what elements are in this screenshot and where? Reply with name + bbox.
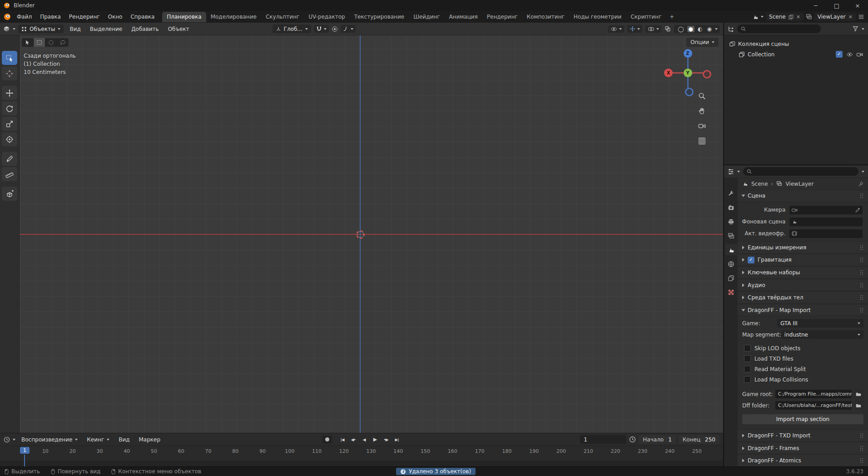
tab-view-layer[interactable] (725, 230, 737, 241)
outliner-search-input[interactable] (749, 25, 817, 33)
gizmos-group[interactable] (627, 25, 642, 33)
panel-drag-grip[interactable] (860, 257, 863, 263)
menu-view[interactable]: Вид (66, 25, 84, 33)
map-segment-select[interactable]: industne (781, 330, 863, 339)
panel-dragonff-map-import[interactable]: DragonFF - Map Import (738, 304, 868, 317)
falloff-group[interactable] (341, 25, 356, 33)
xray-toggle-icon[interactable] (665, 26, 671, 32)
editor-type-outliner-icon[interactable] (728, 26, 734, 32)
workspace-tab-geometry-nodes[interactable]: Ноды геометрии (569, 12, 626, 22)
tab-collection[interactable] (725, 273, 737, 283)
shading-caret[interactable] (715, 28, 718, 30)
viewlayer-name-field[interactable]: ViewLayer ✕ (814, 13, 856, 21)
select-mode-lasso[interactable] (57, 38, 69, 47)
copy-icon[interactable] (789, 15, 794, 20)
properties-filter-caret[interactable] (862, 171, 864, 173)
tool-cursor[interactable] (2, 66, 17, 80)
workspace-tab-shading[interactable]: Шейдинг (409, 12, 444, 22)
panel-dragonff-atomics[interactable]: DragonFF - Atomics (738, 454, 868, 467)
minimize-button[interactable]: ─ (805, 0, 826, 11)
collection-eye-icon[interactable] (846, 52, 853, 57)
viewport-canvas[interactable]: Опции Сзади ортогональ (1) Collection 10… (0, 35, 723, 433)
next-keyframe-button[interactable]: •▶ (382, 436, 390, 444)
active-clip-field[interactable] (789, 229, 863, 238)
menu-marker[interactable]: Маркер (136, 436, 164, 444)
editor-type-3d-icon[interactable] (3, 25, 10, 32)
transform-orientation-dropdown[interactable]: Глоб... (273, 25, 311, 33)
snapping-group[interactable] (314, 25, 329, 33)
shading-wireframe-icon[interactable]: ◯ (676, 26, 685, 32)
proportional-editing-icon[interactable] (332, 26, 338, 32)
panel-rigid-body[interactable]: Среда твёрдых тел (738, 291, 868, 304)
properties-search-input[interactable] (754, 168, 855, 175)
options-dropdown[interactable]: Опции (686, 38, 719, 47)
play-button[interactable]: ▶ (371, 436, 379, 444)
menu-timeline-view[interactable]: Вид (115, 436, 133, 444)
panel-drag-grip[interactable] (860, 458, 863, 463)
panel-scene[interactable]: Сцена (738, 190, 868, 203)
mode-dropdown[interactable]: Объекты (18, 25, 64, 33)
tool-select-box[interactable] (2, 51, 17, 65)
camera-field[interactable] (789, 206, 863, 214)
info-report-badge[interactable]: i Удалено 3 объект(ов) (396, 468, 476, 475)
maximize-button[interactable]: □ (826, 0, 847, 11)
frame-end-field[interactable]: Конец 250 (679, 435, 719, 444)
editor-type-properties-icon[interactable] (728, 169, 734, 175)
tab-output[interactable] (725, 216, 737, 227)
shading-rendered-icon[interactable]: ◉ (706, 26, 713, 32)
current-frame-field[interactable] (580, 435, 626, 444)
workspace-tab-sculpting[interactable]: Скульптинг (261, 12, 304, 22)
panel-dragonff-frames[interactable]: DragonFF - Frames (738, 442, 868, 455)
panel-drag-grip[interactable] (860, 193, 863, 198)
snapping-caret[interactable] (324, 28, 327, 30)
tab-texture[interactable] (725, 287, 737, 298)
zoom-icon[interactable] (696, 90, 708, 102)
select-mode-circle[interactable] (45, 38, 57, 47)
panel-units[interactable]: Единицы измерения (738, 241, 868, 254)
add-workspace-button[interactable]: + (666, 12, 678, 22)
eyedropper-icon[interactable] (855, 208, 860, 213)
filter-caret[interactable] (862, 28, 864, 30)
scene-icon[interactable] (752, 14, 759, 20)
menu-file[interactable]: Файл (13, 12, 36, 21)
select-mode-tweak[interactable] (22, 38, 34, 47)
tab-scene[interactable] (725, 244, 737, 255)
shading-material-icon[interactable]: ◐ (696, 26, 704, 32)
filter-funnel-icon[interactable] (853, 26, 858, 32)
tool-rotate[interactable] (2, 101, 17, 115)
navigation-gizmo[interactable]: Z X Y (664, 49, 711, 96)
select-mode-box[interactable] (34, 38, 45, 47)
collection-exclude-checkbox[interactable]: ✓ (836, 51, 843, 58)
panel-drag-grip[interactable] (860, 270, 863, 275)
jump-to-start-button[interactable]: |◀ (338, 436, 347, 444)
skip-lod-checkbox[interactable] (744, 345, 751, 352)
workspace-tab-compositing[interactable]: Композитинг (522, 12, 569, 22)
workspace-tab-animation[interactable]: Анимация (444, 12, 482, 22)
viewlayer-list-icon[interactable] (858, 14, 864, 20)
panel-drag-grip[interactable] (860, 245, 863, 250)
scene-browse-caret[interactable] (761, 16, 764, 18)
panel-audio[interactable]: Аудио (738, 279, 868, 292)
game-select[interactable]: GTA III (777, 319, 863, 327)
tab-render[interactable] (725, 202, 737, 213)
workspace-tab-scripting[interactable]: Скриптинг (626, 12, 666, 22)
unlink-scene-icon[interactable]: ✕ (796, 14, 800, 20)
panel-gravity[interactable]: ✓ Гравитация (738, 254, 868, 267)
gizmo-z-axis[interactable]: Z (684, 49, 692, 58)
panel-drag-grip[interactable] (860, 446, 863, 451)
shading-solid-icon[interactable]: ● (687, 26, 694, 32)
dff-folder-field[interactable]: C:/Users/blaha/...ragonFF/tests/dff (775, 401, 852, 410)
jump-to-end-button[interactable]: ▶| (392, 436, 401, 444)
prev-keyframe-button[interactable]: ◀• (349, 436, 357, 444)
tab-tool[interactable] (725, 188, 737, 199)
timeline-editor-caret[interactable] (13, 439, 15, 441)
gizmo-x-axis[interactable]: X (664, 69, 673, 77)
tool-transform[interactable] (2, 132, 17, 146)
use-preview-range-icon[interactable] (629, 436, 636, 443)
import-map-section-button[interactable]: Import map section (742, 414, 863, 424)
overlays-group[interactable] (645, 25, 661, 33)
load-map-collisions-checkbox[interactable] (744, 376, 751, 383)
panel-drag-grip[interactable] (860, 283, 863, 288)
remove-viewlayer-icon[interactable]: ✕ (848, 14, 853, 20)
tab-world[interactable] (725, 258, 737, 269)
